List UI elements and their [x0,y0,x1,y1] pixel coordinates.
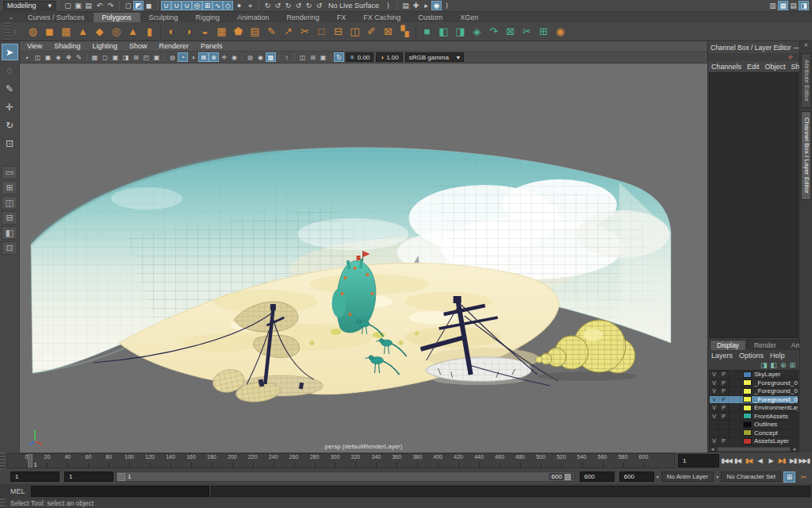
chevron-icon[interactable]: ⟩ [383,1,393,10]
shelf-tab-rendering[interactable]: Rendering [278,13,328,22]
layer-scrollbar[interactable]: ◄ ► [709,446,799,452]
layer-playback-toggle[interactable]: P [719,437,729,444]
panel-toolbar-icon[interactable]: ◰ [141,52,151,62]
file-icon[interactable]: ▣ [73,1,83,10]
shelf-icon[interactable]: ◐ [163,24,180,40]
layer-playback-toggle[interactable] [719,429,729,437]
layer-mode-cell[interactable] [729,429,741,437]
layout-shortcut[interactable]: ◫ [2,196,17,210]
layer-visibility-toggle[interactable]: V [710,413,719,420]
shelf-menu-icon[interactable]: ▪ [3,15,19,22]
playback-end-field[interactable]: 600 [580,471,615,482]
shelf-tab-rigging[interactable]: Rigging [187,13,229,22]
layer-row[interactable]: Outlines [710,421,798,429]
layer-color-swatch[interactable] [743,438,752,444]
shelf-icon[interactable]: ◨ [452,24,469,40]
panel-toolbar-icon[interactable]: ◻ [100,52,110,62]
panel-toolbar-icon[interactable]: ◍ [245,52,255,62]
range-bar[interactable]: 1 600 [116,471,575,482]
layer-visibility-toggle[interactable]: V [710,396,719,403]
panel-toolbar-icon[interactable]: ◈ [53,52,63,62]
layer-color-swatch[interactable] [743,413,752,419]
go-to-end-button[interactable]: ▶▶▮ [799,455,810,468]
history-icon[interactable]: ↻ [283,1,293,10]
layer-editor-tab-render[interactable]: Render [747,340,783,350]
shelf-icon[interactable]: ◎ [108,24,124,40]
scrollbar-thumb[interactable] [717,447,791,452]
shelf-icon[interactable]: ↷ [485,24,502,40]
panel-toolbar-icon[interactable]: ◍ [167,52,178,62]
panel-toolbar-icon[interactable]: ▩ [266,52,276,62]
shelf-icon[interactable]: ◈ [469,24,485,40]
snap-icon[interactable]: ⊞ [202,1,213,10]
gamma-field[interactable]: ◑ 1.00 [376,52,402,62]
snap-icon[interactable]: ∪ [171,1,182,10]
scroll-left-icon[interactable]: ◄ [709,447,716,452]
grip-handle[interactable] [0,452,6,469]
shelf-icon[interactable]: ⬟ [230,24,247,40]
render-icon[interactable]: ◉ [431,1,442,10]
layer-visibility-toggle[interactable]: V [710,404,719,411]
shelf-icon[interactable]: ▤ [247,24,263,40]
layer-color-swatch[interactable] [743,421,752,428]
layout-shortcut[interactable]: ▭ [2,166,17,179]
exposure-field[interactable]: ✳ 0.00 [346,52,373,62]
lasso-tool[interactable]: ◌ [2,62,18,79]
anim-layer-field[interactable]: No Anim Layer [661,471,714,482]
panel-menu-panels[interactable]: Panels [201,42,223,50]
panel-toolbar-icon[interactable]: ✥ [63,52,74,62]
shelf-icon[interactable]: ✎ [263,24,280,40]
grip-handle[interactable] [0,498,6,508]
layer-mode-cell[interactable] [729,379,741,387]
current-time-marker[interactable] [28,454,33,468]
range-handle-left[interactable] [117,473,125,481]
shelf-tab-curves-surfaces[interactable]: Curves / Surfaces [19,13,94,22]
channel-list-empty[interactable] [709,72,799,338]
selection-mask-icon[interactable]: ◼ [144,1,154,10]
panel-toolbar-icon[interactable]: ⊠ [198,52,209,62]
selection-mask-icon[interactable]: ◻ [123,1,133,10]
layer-visibility-toggle[interactable] [710,429,719,437]
paint-select-tool[interactable]: ✎ [2,80,18,97]
history-icon[interactable]: ↺ [293,1,304,10]
shelf-icon[interactable]: ⊠ [380,24,396,40]
mel-input[interactable] [31,486,209,497]
viewport-canvas[interactable]: persp (defaultRenderLayer) [20,64,707,452]
range-end-box[interactable]: 600 [549,473,573,480]
lock-icon[interactable]: ● [234,1,244,10]
preferences-icon[interactable]: ✂ [798,471,810,483]
mel-label[interactable]: MEL [6,487,31,495]
shelf-icon[interactable]: ◍ [25,24,41,40]
shelf-tab-polygons[interactable]: Polygons [94,13,140,22]
layer-visibility-toggle[interactable]: V [710,371,719,378]
snap-icon[interactable]: ∪ [161,1,171,10]
animation-start-field[interactable]: 1 [10,471,59,482]
layer-mode-cell[interactable] [729,437,741,444]
file-icon[interactable]: ▢ [63,1,73,10]
layer-row[interactable]: VPAssetsLayer [710,437,798,446]
sidebar-toggle-icon[interactable]: ◨ [799,1,809,10]
select-tool[interactable]: ➤ [2,44,18,60]
panel-menu-show[interactable]: Show [129,42,147,50]
layer-playback-toggle[interactable]: P [719,387,729,394]
shelf-icon[interactable]: ▦ [213,24,230,40]
layer-color-swatch[interactable] [743,405,752,411]
layout-shortcut[interactable]: ◧ [2,226,17,240]
layer-playback-toggle[interactable]: P [719,413,729,420]
layer-color-swatch[interactable] [743,379,752,386]
layer-playback-toggle[interactable]: P [719,396,729,403]
sidebar-toggle-icon[interactable]: ▥ [768,1,778,10]
layer-mode-cell[interactable] [729,413,741,420]
channel-menu-channels[interactable]: Channels [711,63,741,71]
render-icon[interactable]: ⟩ [442,1,452,10]
panel-toolbar-icon[interactable]: ◫ [33,52,43,62]
layer-toolbar-icon[interactable]: ⊞ [789,361,795,369]
shelf-icon[interactable]: ↗ [280,24,297,40]
panel-toolbar-icon[interactable]: ▦ [90,52,100,62]
snap-icon[interactable]: ◎ [192,1,202,10]
layer-color-swatch[interactable] [743,396,752,402]
history-icon[interactable]: ↻ [262,1,273,10]
panel-toolbar-icon[interactable]: ↻ [334,52,344,62]
layer-mode-cell[interactable] [729,421,741,428]
panel-toolbar-icon[interactable]: ⊞ [131,52,141,62]
